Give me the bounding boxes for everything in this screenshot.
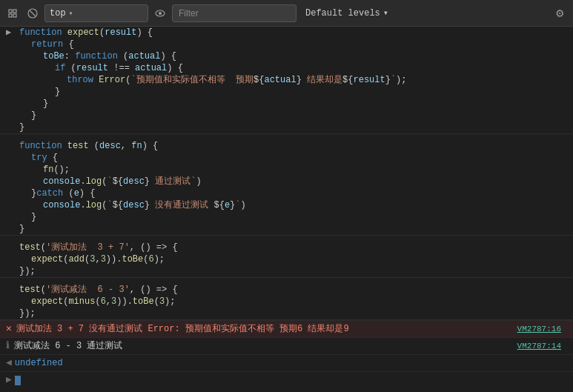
code-line: ▶ function expect(result) { <box>0 27 573 39</box>
output-error-add: ✕ 测试加法 3 + 7 没有通过测试 Error: 预期值和实际值不相等 预期… <box>0 320 573 337</box>
chevron-down-icon: ▾ <box>69 9 73 18</box>
filter-input[interactable] <box>179 8 290 19</box>
code-line: console.log(`${desc} 没有通过测试 ${e}`) <box>24 199 573 211</box>
clear-console-button[interactable] <box>24 6 42 21</box>
spacer <box>0 278 573 284</box>
code-line: } <box>0 122 573 133</box>
prompt-cursor <box>15 376 21 385</box>
settings-button[interactable]: ⚙ <box>552 5 569 21</box>
context-label: top <box>50 8 66 19</box>
undefined-text: undefined <box>15 356 63 370</box>
context-selector[interactable]: top ▾ <box>44 4 148 22</box>
code-line: fn(); <box>24 164 573 176</box>
code-line: test('测试减法 6 - 3', () => { <box>0 284 573 296</box>
expand-icon <box>8 9 17 18</box>
svg-rect-1 <box>13 10 16 13</box>
expand-toggle-button[interactable] <box>4 7 21 20</box>
output-success-sub: ℹ 测试减法 6 - 3 通过测试 VM2787:14 <box>0 337 573 354</box>
spacer <box>0 134 573 140</box>
code-line: } <box>12 110 573 122</box>
code-line: throw Error(`预期值和实际值不相等 预期${actual} 结果却是… <box>47 74 573 86</box>
eye-icon <box>155 8 165 19</box>
code-line: test('测试加法 3 + 7', () => { <box>0 242 573 253</box>
code-line: }catch (e) { <box>12 187 573 199</box>
console-content: ▶ function expect(result) { return { toB… <box>0 27 573 392</box>
code-line: } <box>24 98 573 110</box>
svg-rect-2 <box>9 14 12 17</box>
clear-icon <box>27 8 38 19</box>
svg-rect-0 <box>9 10 12 13</box>
svg-line-5 <box>30 10 36 16</box>
left-arrow-icon: ◀ <box>6 356 12 370</box>
input-prompt[interactable]: ▶ <box>0 371 573 388</box>
code-block-test-add: test('测试加法 3 + 7', () => { expect(add(3,… <box>0 242 573 278</box>
levels-selector[interactable]: Default levels ▾ <box>299 4 394 22</box>
code-line: }); <box>0 265 573 277</box>
expand-arrow-icon[interactable]: ▶ <box>6 27 18 39</box>
levels-chevron-icon: ▾ <box>383 7 388 19</box>
code-line: } <box>0 223 573 235</box>
code-block-test: function test (desc, fn) { try { fn(); c… <box>0 140 573 236</box>
code-block-expect: ▶ function expect(result) { return { toB… <box>0 27 573 134</box>
info-icon: ℹ <box>6 339 10 353</box>
spacer <box>0 236 573 242</box>
code-line: } <box>36 86 573 98</box>
code-line: expect(add(3,3)).toBe(6); <box>12 253 573 265</box>
filter-box[interactable] <box>172 4 297 22</box>
output-undefined: ◀ undefined <box>0 354 573 371</box>
code-line: return { <box>12 39 573 50</box>
code-line: expect(minus(6,3)).toBe(3); <box>12 296 573 308</box>
code-line: toBe: function (actual) { <box>24 50 573 62</box>
inspect-button[interactable] <box>151 6 169 21</box>
error-text: 测试加法 3 + 7 没有通过测试 Error: 预期值和实际值不相等 预期6 … <box>16 322 349 336</box>
svg-rect-3 <box>13 14 16 17</box>
code-line: function test (desc, fn) { <box>0 140 573 152</box>
error-icon: ✕ <box>6 322 12 336</box>
file-link-vm2787-16[interactable]: VM2787:16 <box>517 322 567 336</box>
code-line: }); <box>0 308 573 319</box>
devtools-console: top ▾ Default levels ▾ ⚙ ▶ function expe… <box>0 0 573 392</box>
toolbar: top ▾ Default levels ▾ ⚙ <box>0 0 573 27</box>
right-arrow-icon: ▶ <box>6 373 12 387</box>
success-text: 测试减法 6 - 3 通过测试 <box>14 339 122 353</box>
code-line: try { <box>12 152 573 164</box>
file-link-vm2787-14[interactable]: VM2787:14 <box>517 339 567 353</box>
code-line: } <box>12 211 573 223</box>
code-line: if (result !== actual) { <box>36 62 573 74</box>
gear-icon: ⚙ <box>555 7 565 19</box>
svg-point-7 <box>159 12 162 15</box>
levels-label: Default levels <box>305 8 380 19</box>
code-block-test-sub: test('测试减法 6 - 3', () => { expect(minus(… <box>0 284 573 320</box>
code-line: console.log(`${desc} 通过测试`) <box>24 176 573 187</box>
